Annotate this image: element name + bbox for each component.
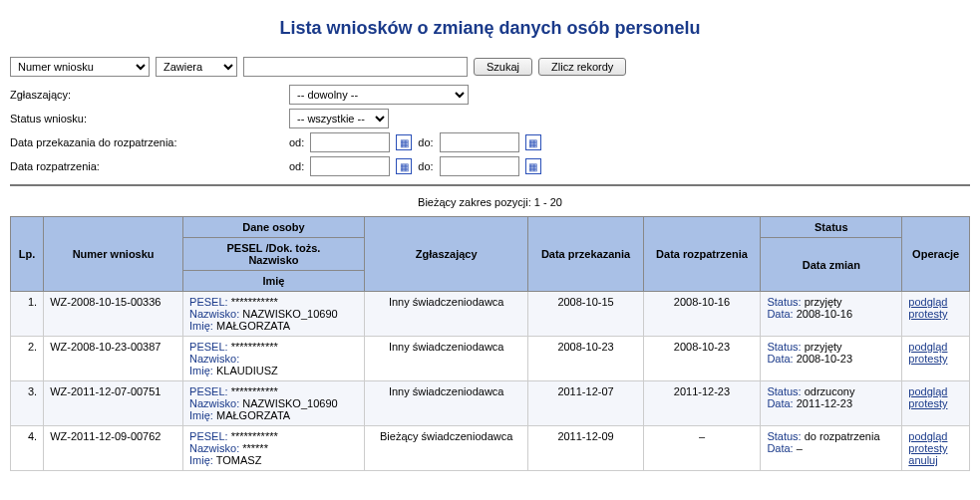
cell-reporter: Inny świadczeniodawca [364,381,528,426]
filters-panel: Zgłaszający: -- dowolny -- Status wniosk… [10,85,970,176]
op-link-podgląd[interactable]: podgląd [908,385,963,397]
date-to-label: do: [418,160,433,172]
table-row: 1.WZ-2008-10-15-00336PESEL: ***********N… [11,292,970,337]
cell-operations: podglądprotesty [902,337,970,381]
cell-person: PESEL: ***********Nazwisko: Imię: KLAUDI… [183,337,365,381]
col-date-fwd: Data przekazania [528,217,643,292]
col-ops: Operacje [902,217,970,292]
col-status-bot: Data zmian [761,238,902,292]
cell-lp: 4. [11,426,44,471]
results-table: Lp. Numer wniosku Dane osoby Zgłaszający… [10,216,970,471]
search-field-select[interactable]: Numer wniosku [10,57,150,77]
cell-number: WZ-2011-12-07-00751 [44,381,183,426]
search-operator-select[interactable]: Zawiera [156,57,237,77]
search-bar: Numer wniosku Zawiera Szukaj Zlicz rekor… [10,57,970,77]
table-row: 2.WZ-2008-10-23-00387PESEL: ***********N… [11,337,970,381]
cell-reporter: Inny świadczeniodawca [364,292,528,337]
cell-date-review: – [643,426,761,471]
cell-operations: podglądprotesty [902,292,970,337]
calendar-icon[interactable]: ▦ [525,134,541,150]
col-person-top: Dane osoby [183,217,365,238]
table-row: 4.WZ-2011-12-09-00762PESEL: ***********N… [11,426,970,471]
cell-reporter: Bieżący świadczeniodawca [364,426,528,471]
op-link-podgląd[interactable]: podgląd [908,296,963,308]
reporter-filter-label: Zgłaszający: [10,89,289,101]
cell-status: Status: odrzuconyData: 2011-12-23 [761,381,902,426]
cell-date-forward: 2008-10-23 [528,337,643,381]
date-forward-label: Data przekazania do rozpatrzenia: [10,136,289,148]
cell-number: WZ-2008-10-15-00336 [44,292,183,337]
date-from-label: od: [289,136,304,148]
calendar-icon[interactable]: ▦ [396,158,412,174]
cell-lp: 3. [11,381,44,426]
calendar-icon[interactable]: ▦ [525,158,541,174]
cell-status: Status: do rozpatrzeniaData: – [761,426,902,471]
status-filter-select[interactable]: -- wszystkie -- [289,109,389,128]
op-link-protesty[interactable]: protesty [908,442,963,454]
calendar-icon[interactable]: ▦ [396,134,412,150]
count-records-button[interactable]: Zlicz rekordy [538,58,626,76]
cell-status: Status: przyjętyData: 2008-10-16 [761,292,902,337]
range-info: Bieżący zakres pozycji: 1 - 20 [10,196,970,208]
cell-status: Status: przyjętyData: 2008-10-23 [761,337,902,381]
page-title: Lista wniosków o zmianę danych osób pers… [10,18,970,39]
op-link-podgląd[interactable]: podgląd [908,430,963,442]
status-filter-label: Status wniosku: [10,113,289,125]
cell-reporter: Inny świadczeniodawca [364,337,528,381]
col-person-mid: PESEL /Dok. tożs. Nazwisko [183,238,365,271]
date-from-label: od: [289,160,304,172]
cell-person: PESEL: ***********Nazwisko: NAZWISKO_106… [183,292,365,337]
cell-person: PESEL: ***********Nazwisko: ******Imię: … [183,426,365,471]
cell-number: WZ-2008-10-23-00387 [44,337,183,381]
cell-date-review: 2008-10-16 [643,292,761,337]
date-review-label: Data rozpatrzenia: [10,160,289,172]
cell-date-review: 2011-12-23 [643,381,761,426]
divider [10,184,970,186]
col-reporter: Zgłaszający [364,217,528,292]
col-nr: Numer wniosku [44,217,183,292]
col-date-rev: Data rozpatrzenia [643,217,761,292]
date-forward-to-input[interactable] [440,132,519,152]
col-person-bot: Imię [183,271,365,292]
date-review-from-input[interactable] [310,156,390,176]
cell-date-forward: 2011-12-09 [528,426,643,471]
date-review-to-input[interactable] [440,156,519,176]
date-forward-from-input[interactable] [310,132,390,152]
col-status-top: Status [761,217,902,238]
cell-date-forward: 2008-10-15 [528,292,643,337]
reporter-filter-select[interactable]: -- dowolny -- [289,85,469,105]
cell-operations: podglądprotestyanuluj [902,426,970,471]
op-link-anuluj[interactable]: anuluj [908,454,963,466]
date-to-label: do: [418,136,433,148]
search-input[interactable] [243,57,468,77]
table-row: 3.WZ-2011-12-07-00751PESEL: ***********N… [11,381,970,426]
cell-number: WZ-2011-12-09-00762 [44,426,183,471]
op-link-protesty[interactable]: protesty [908,353,963,365]
cell-person: PESEL: ***********Nazwisko: NAZWISKO_106… [183,381,365,426]
cell-date-forward: 2011-12-07 [528,381,643,426]
search-button[interactable]: Szukaj [474,58,532,76]
cell-date-review: 2008-10-23 [643,337,761,381]
cell-lp: 1. [11,292,44,337]
op-link-protesty[interactable]: protesty [908,397,963,409]
col-lp: Lp. [11,217,44,292]
cell-lp: 2. [11,337,44,381]
op-link-protesty[interactable]: protesty [908,308,963,320]
cell-operations: podglądprotesty [902,381,970,426]
op-link-podgląd[interactable]: podgląd [908,341,963,353]
